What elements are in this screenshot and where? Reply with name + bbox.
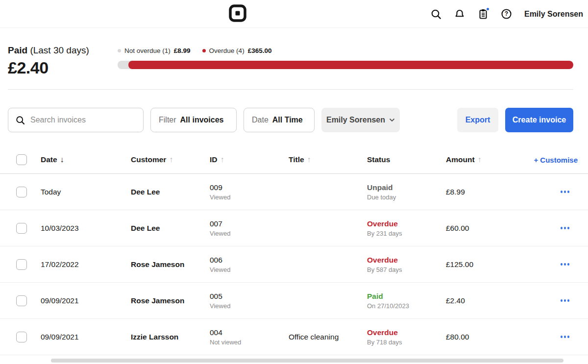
row-id: 005: [210, 292, 289, 301]
legend-value: £8.99: [174, 47, 191, 54]
user-name[interactable]: Emily Sorensen: [524, 10, 583, 19]
sort-desc-icon: ↓: [60, 155, 64, 164]
more-options-icon[interactable]: [558, 224, 573, 232]
customise-button[interactable]: + Customise: [534, 156, 588, 164]
row-viewed-state: Viewed: [210, 230, 289, 237]
invoice-row[interactable]: 09/09/2021 Izzie Larsson 004 Not viewed …: [0, 319, 588, 355]
row-status: Paid: [367, 292, 446, 301]
more-options-icon[interactable]: [558, 188, 573, 196]
paid-amount: £2.40: [8, 58, 118, 77]
export-button[interactable]: Export: [457, 108, 498, 132]
legend-label: Not overdue (1): [124, 47, 171, 54]
sort-asc-icon: ↑: [220, 155, 224, 164]
header-status[interactable]: Status: [367, 155, 446, 164]
row-actions: [558, 333, 588, 341]
search-button[interactable]: [426, 4, 446, 24]
horizontal-scrollbar[interactable]: [51, 359, 564, 363]
date-label: Date: [252, 116, 269, 124]
row-id-cell: 005 Viewed: [210, 292, 289, 310]
row-checkbox[interactable]: [16, 187, 27, 197]
row-checkbox[interactable]: [16, 223, 27, 234]
row-status-detail: On 27/10/2023: [367, 302, 446, 310]
row-status-cell: Overdue By 587 days: [367, 256, 446, 273]
row-status-cell: Paid On 27/10/2023: [367, 292, 446, 310]
row-amount: £60.00: [446, 224, 529, 233]
row-actions: [558, 296, 588, 305]
row-status-detail: Due today: [367, 194, 446, 201]
invoice-row[interactable]: 09/09/2021 Rose Jameson 005 Viewed Paid …: [0, 283, 588, 319]
row-id: 006: [210, 256, 289, 265]
notification-dot: [486, 7, 490, 11]
square-logo[interactable]: [228, 3, 247, 23]
legend-value: £365.00: [248, 47, 272, 54]
row-status: Unpaid: [367, 183, 446, 192]
filter-value: All invoices: [180, 116, 224, 124]
more-options-icon[interactable]: [558, 260, 573, 268]
date-value: All Time: [272, 116, 303, 124]
row-date: 17/02/2022: [41, 260, 131, 269]
bell-icon: [454, 8, 466, 20]
row-customer: Rose Jameson: [131, 296, 210, 305]
row-amount: £8.99: [446, 188, 529, 196]
row-date: 10/03/2023: [41, 224, 131, 233]
row-checkbox[interactable]: [16, 295, 27, 306]
table-header-row: Date ↓ Customer ↑ ID ↑ Title ↑ Status Am…: [0, 146, 588, 174]
select-all-checkbox[interactable]: [16, 154, 27, 165]
header-title[interactable]: Title ↑: [289, 155, 367, 164]
notifications-button[interactable]: [450, 4, 469, 24]
invoice-row[interactable]: 10/03/2023 Dee Lee 007 Viewed Overdue By…: [0, 210, 588, 246]
row-viewed-state: Viewed: [210, 302, 289, 310]
date-dropdown[interactable]: Date All Time: [244, 108, 315, 132]
invoice-rows: Today Dee Lee 009 Viewed Unpaid Due toda…: [0, 174, 588, 355]
row-actions: [558, 224, 588, 232]
header-title-label: Title: [289, 155, 304, 164]
row-viewed-state: Viewed: [210, 266, 289, 273]
svg-text:?: ?: [505, 10, 508, 17]
more-options-icon[interactable]: [558, 296, 573, 305]
filter-dropdown[interactable]: Filter All invoices: [150, 108, 237, 132]
help-icon: ?: [500, 8, 513, 20]
row-id: 004: [210, 328, 289, 337]
legend-not-overdue: Not overdue (1) £8.99: [118, 47, 191, 54]
summary-title-rest: (Last 30 days): [27, 45, 89, 55]
invoice-row[interactable]: 17/02/2022 Rose Jameson 006 Viewed Overd…: [0, 246, 588, 283]
summary-title-bold: Paid: [8, 45, 27, 55]
summary-title: Paid (Last 30 days): [8, 45, 118, 56]
square-logo-icon: [228, 4, 247, 23]
outstanding-summary: Not overdue (1) £8.99 Overdue (4) £365.0…: [118, 45, 573, 77]
topbar-actions: ? Emily Sorensen: [426, 0, 583, 28]
header-id[interactable]: ID ↑: [210, 155, 289, 164]
top-nav: ? Emily Sorensen: [0, 0, 588, 28]
header-date-label: Date: [41, 155, 57, 164]
invoices-table: Date ↓ Customer ↑ ID ↑ Title ↑ Status Am…: [0, 146, 588, 355]
search-invoices-box[interactable]: [8, 108, 144, 132]
row-status-cell: Overdue By 718 days: [367, 328, 446, 346]
row-customer: Dee Lee: [131, 188, 210, 196]
row-date: Today: [41, 188, 131, 196]
owner-dropdown[interactable]: Emily Sorensen: [321, 108, 400, 132]
header-customer[interactable]: Customer ↑: [131, 155, 210, 164]
chevron-down-icon: [389, 118, 395, 122]
help-button[interactable]: ?: [497, 4, 516, 24]
invoice-row[interactable]: Today Dee Lee 009 Viewed Unpaid Due toda…: [0, 174, 588, 210]
row-status: Overdue: [367, 219, 446, 228]
row-status-cell: Overdue By 231 days: [367, 219, 446, 237]
row-id-cell: 006 Viewed: [210, 256, 289, 273]
row-amount: £2.40: [446, 296, 529, 305]
row-viewed-state: Not viewed: [210, 339, 289, 346]
header-date[interactable]: Date ↓: [41, 155, 131, 164]
not-overdue-dot-icon: [118, 49, 121, 52]
search-icon: [430, 8, 442, 20]
header-amount[interactable]: Amount ↑: [446, 155, 529, 164]
overdue-dot-icon: [202, 49, 206, 52]
row-checkbox[interactable]: [16, 259, 27, 270]
more-options-icon[interactable]: [558, 333, 573, 341]
search-input[interactable]: [30, 116, 136, 124]
filter-label: Filter: [159, 116, 176, 124]
invoices-button[interactable]: [473, 4, 493, 24]
header-customer-label: Customer: [131, 155, 166, 164]
row-checkbox[interactable]: [16, 332, 27, 342]
paid-summary: Paid (Last 30 days) £2.40: [8, 45, 118, 77]
create-invoice-button[interactable]: Create invoice: [505, 108, 573, 132]
sort-asc-icon: ↑: [307, 155, 311, 164]
